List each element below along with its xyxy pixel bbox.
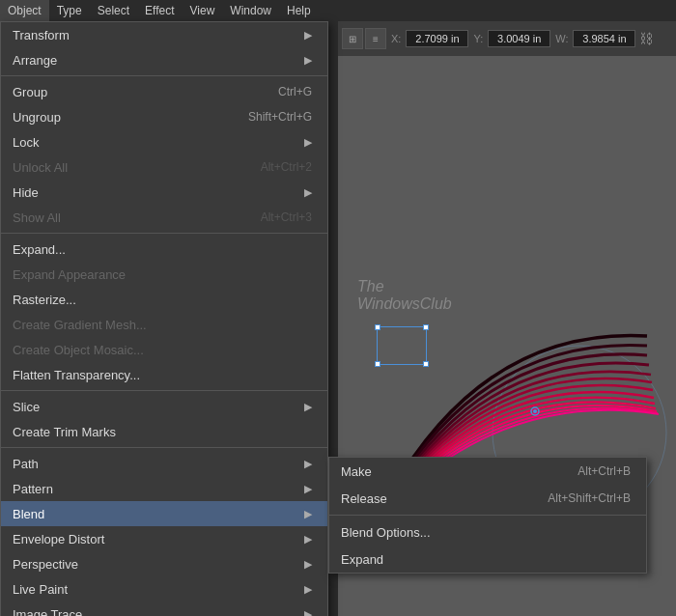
object-dropdown-menu: Transform ▶ Arrange ▶ Group Ctrl+G Ungro… bbox=[0, 21, 328, 616]
arrow-pattern: ▶ bbox=[304, 483, 312, 495]
menu-item-hide[interactable]: Hide ▶ bbox=[1, 180, 327, 205]
blend-options[interactable]: Blend Options... bbox=[329, 518, 646, 546]
menu-item-create-object-mosaic[interactable]: Create Object Mosaic... bbox=[1, 337, 327, 362]
toolbar: ⊞ ≡ X: Y: W: ⛓ bbox=[338, 21, 676, 56]
blend-expand[interactable]: Expand bbox=[329, 546, 646, 573]
menu-item-path[interactable]: Path ▶ bbox=[1, 451, 327, 476]
w-label: W: bbox=[552, 33, 571, 44]
arrow-arrange: ▶ bbox=[304, 54, 312, 67]
arrow-envelope-distort: ▶ bbox=[304, 533, 312, 546]
align-icon[interactable]: ≡ bbox=[365, 28, 386, 49]
menu-item-envelope-distort[interactable]: Envelope Distort ▶ bbox=[1, 526, 327, 551]
menu-item-slice[interactable]: Slice ▶ bbox=[1, 394, 327, 419]
menu-view[interactable]: View bbox=[183, 0, 223, 21]
arrow-blend: ▶ bbox=[304, 508, 312, 520]
arrow-hide: ▶ bbox=[304, 186, 312, 199]
arrow-perspective: ▶ bbox=[304, 558, 312, 571]
arrow-transform: ▶ bbox=[304, 29, 312, 42]
watermark: The WindowsClub bbox=[357, 278, 452, 313]
menu-type[interactable]: Type bbox=[49, 0, 90, 21]
sep-1 bbox=[1, 75, 327, 76]
chain-icon: ⛓ bbox=[637, 31, 655, 46]
sep-2 bbox=[1, 233, 327, 234]
y-label: Y: bbox=[470, 33, 486, 44]
y-input[interactable] bbox=[488, 30, 550, 47]
menu-item-ungroup[interactable]: Ungroup Shift+Ctrl+G bbox=[1, 104, 327, 129]
menu-item-create-gradient-mesh[interactable]: Create Gradient Mesh... bbox=[1, 312, 327, 337]
menu-window[interactable]: Window bbox=[222, 0, 279, 21]
menu-item-live-paint[interactable]: Live Paint ▶ bbox=[1, 576, 327, 602]
arrow-slice: ▶ bbox=[304, 401, 312, 413]
menu-effect[interactable]: Effect bbox=[137, 0, 182, 21]
menu-select[interactable]: Select bbox=[90, 0, 137, 21]
arrow-lock: ▶ bbox=[304, 136, 312, 149]
arrow-image-trace: ▶ bbox=[304, 608, 312, 617]
menu-item-group[interactable]: Group Ctrl+G bbox=[1, 79, 327, 104]
x-input[interactable] bbox=[406, 30, 468, 47]
menu-item-pattern[interactable]: Pattern ▶ bbox=[1, 476, 327, 501]
menu-item-blend[interactable]: Blend ▶ bbox=[1, 501, 327, 526]
menu-item-perspective[interactable]: Perspective ▶ bbox=[1, 551, 327, 576]
menu-item-image-trace[interactable]: Image Trace ▶ bbox=[1, 602, 327, 616]
arrow-live-paint: ▶ bbox=[304, 583, 312, 596]
menu-item-create-trim-marks[interactable]: Create Trim Marks bbox=[1, 419, 327, 444]
arrow-path: ▶ bbox=[304, 458, 312, 470]
svg-point-2 bbox=[533, 409, 537, 413]
menu-item-flatten-transparency[interactable]: Flatten Transparency... bbox=[1, 362, 327, 387]
menu-item-expand[interactable]: Expand... bbox=[1, 237, 327, 262]
menu-object[interactable]: Object bbox=[0, 0, 49, 21]
blend-submenu: Make Alt+Ctrl+B Release Alt+Shift+Ctrl+B… bbox=[328, 457, 647, 574]
blend-sep bbox=[329, 515, 646, 516]
blend-release[interactable]: Release Alt+Shift+Ctrl+B bbox=[329, 485, 646, 512]
menu-help[interactable]: Help bbox=[279, 0, 319, 21]
menu-item-arrange[interactable]: Arrange ▶ bbox=[1, 47, 327, 72]
menu-item-rasterize[interactable]: Rasterize... bbox=[1, 287, 327, 312]
sep-3 bbox=[1, 390, 327, 391]
menu-item-unlock-all[interactable]: Unlock All Alt+Ctrl+2 bbox=[1, 154, 327, 180]
menu-item-lock[interactable]: Lock ▶ bbox=[1, 129, 327, 154]
blend-make[interactable]: Make Alt+Ctrl+B bbox=[329, 458, 646, 485]
grid-icon[interactable]: ⊞ bbox=[342, 28, 363, 49]
menu-item-expand-appearance[interactable]: Expand Appearance bbox=[1, 262, 327, 287]
w-input[interactable] bbox=[573, 30, 635, 47]
menu-bar: Object Type Select Effect View Window He… bbox=[0, 0, 676, 21]
x-label: X: bbox=[388, 33, 404, 44]
sep-4 bbox=[1, 447, 327, 448]
menu-item-show-all[interactable]: Show All Alt+Ctrl+3 bbox=[1, 205, 327, 230]
menu-item-transform[interactable]: Transform ▶ bbox=[1, 22, 327, 47]
